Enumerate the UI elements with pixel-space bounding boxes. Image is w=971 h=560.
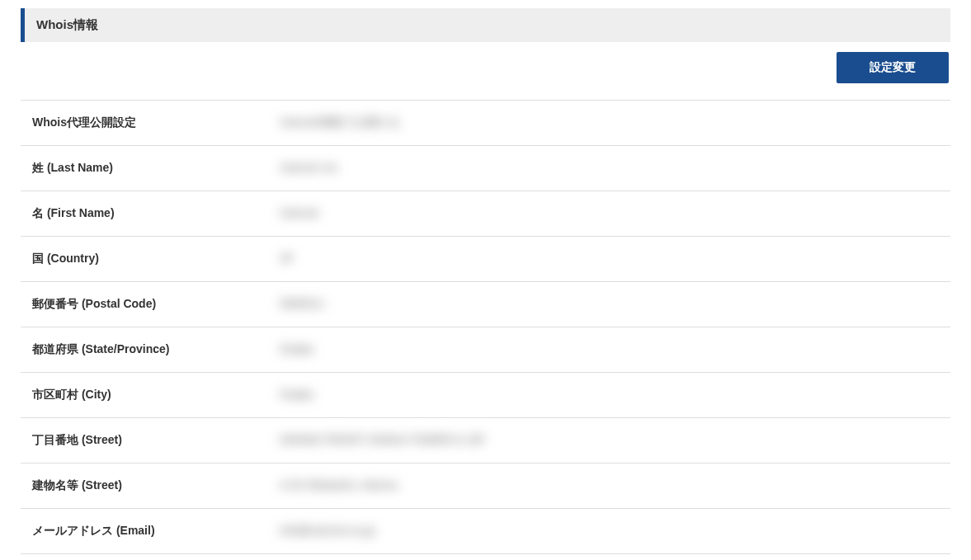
field-label-state: 都道府県 (State/Province) <box>21 327 268 372</box>
field-label-street2: 建物名等 (Street) <box>21 464 268 508</box>
table-row: メールアドレス (Email) info@xserver.co.jp <box>21 508 950 554</box>
table-row: 市区町村 (City) Osaka <box>21 372 950 417</box>
field-label-country: 国 (Country) <box>21 237 268 281</box>
table-row: Whois代理公開設定 Xserver情報で公開する <box>21 100 950 145</box>
field-label-last-name: 姓 (Last Name) <box>21 146 268 191</box>
action-bar: 設定変更 <box>21 52 950 83</box>
table-row: 都道府県 (State/Province) Osaka <box>21 327 950 372</box>
table-row: 建物名等 (Street) 4-20 Ofukacho, Kita-ku <box>21 463 950 508</box>
field-value-first-name: Xserver <box>268 191 950 236</box>
table-row: 丁目番地 (Street) GRAND FRONT OSAKA TOWER A … <box>21 417 950 463</box>
field-value-state: Osaka <box>268 327 950 372</box>
field-label-street1: 丁目番地 (Street) <box>21 418 268 463</box>
field-value-street1: GRAND FRONT OSAKA TOWER A 13F <box>268 418 950 463</box>
table-row: 郵便番号 (Postal Code) 5300011 <box>21 281 950 327</box>
field-value-email: info@xserver.co.jp <box>268 509 950 553</box>
field-value-city: Osaka <box>268 373 950 417</box>
table-row: 名 (First Name) Xserver <box>21 191 950 236</box>
field-value-country: JP <box>268 237 950 281</box>
field-value-postal-code: 5300011 <box>268 282 950 327</box>
field-value-street2: 4-20 Ofukacho, Kita-ku <box>268 464 950 508</box>
field-label-proxy: Whois代理公開設定 <box>21 101 268 145</box>
field-label-city: 市区町村 (City) <box>21 373 268 417</box>
field-value-proxy: Xserver情報で公開する <box>268 101 950 145</box>
field-label-email: メールアドレス (Email) <box>21 509 268 553</box>
field-label-postal-code: 郵便番号 (Postal Code) <box>21 282 268 327</box>
section-title: Whois情報 <box>36 17 939 33</box>
table-row: 国 (Country) JP <box>21 236 950 281</box>
change-settings-button[interactable]: 設定変更 <box>837 52 949 83</box>
whois-info-table: Whois代理公開設定 Xserver情報で公開する 姓 (Last Name)… <box>21 100 950 554</box>
field-value-last-name: Xserver Inc <box>268 146 950 191</box>
field-label-first-name: 名 (First Name) <box>21 191 268 236</box>
section-header: Whois情報 <box>21 8 950 42</box>
table-row: 姓 (Last Name) Xserver Inc <box>21 145 950 191</box>
